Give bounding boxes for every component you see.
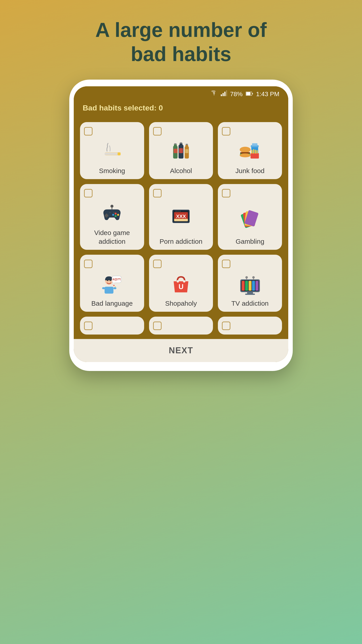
- habit-label-junk-food: Junk food: [222, 166, 278, 175]
- svg-point-60: [110, 280, 111, 281]
- checkbox-bad-language[interactable]: [84, 260, 92, 268]
- svg-rect-79: [247, 292, 253, 294]
- svg-rect-80: [245, 294, 255, 295]
- checkbox-tv-addiction[interactable]: [222, 260, 230, 268]
- svg-rect-70: [242, 281, 245, 291]
- svg-rect-23: [252, 143, 257, 146]
- svg-rect-20: [185, 149, 188, 153]
- habit-card-video-game[interactable]: Video game addiction: [80, 184, 144, 250]
- svg-rect-19: [186, 144, 188, 145]
- svg-rect-14: [179, 143, 182, 145]
- habit-card-tv-addiction[interactable]: TV addiction: [218, 255, 282, 312]
- svg-point-32: [240, 154, 250, 158]
- svg-text:U: U: [179, 283, 183, 291]
- svg-rect-2: [224, 92, 225, 96]
- habit-label-smoking: Smoking: [84, 166, 140, 175]
- svg-rect-58: [113, 287, 116, 289]
- svg-rect-57: [102, 287, 105, 289]
- svg-text:XXX: XXX: [176, 214, 186, 219]
- habit-card-smoking[interactable]: Smoking: [80, 122, 144, 179]
- habit-card-shopaholic[interactable]: U Shopaholy: [149, 255, 213, 312]
- habit-card-partial-2: [149, 317, 213, 334]
- svg-point-42: [113, 212, 114, 213]
- svg-point-37: [115, 215, 117, 217]
- svg-text:#@!*!: #@!*!: [113, 278, 121, 281]
- svg-rect-56: [105, 287, 113, 294]
- svg-rect-7: [118, 152, 121, 156]
- wifi-icon: [211, 90, 218, 98]
- svg-rect-1: [223, 93, 224, 96]
- svg-point-29: [240, 147, 250, 152]
- partial-row: [74, 312, 288, 334]
- habit-label-tv-addiction: TV addiction: [222, 299, 278, 308]
- svg-point-47: [176, 211, 177, 212]
- svg-rect-73: [252, 281, 255, 291]
- svg-rect-27: [255, 150, 256, 154]
- habit-card-partial-3: [218, 317, 282, 334]
- checkbox-smoking[interactable]: [84, 127, 92, 136]
- habit-label-alcohol: Alcohol: [153, 166, 209, 175]
- checkbox-alcohol[interactable]: [153, 127, 162, 136]
- habit-card-gambling[interactable]: Gambling: [218, 184, 282, 250]
- svg-rect-3: [226, 90, 227, 96]
- habits-selected-label: Bad habits selected: 0: [83, 104, 163, 112]
- habit-label-video-game: Video game addiction: [84, 228, 140, 246]
- svg-rect-50: [174, 219, 188, 221]
- checkbox-porn[interactable]: [153, 189, 162, 198]
- svg-point-67: [183, 280, 185, 283]
- next-btn-area: NEXT: [74, 339, 288, 362]
- svg-rect-24: [251, 153, 259, 158]
- habits-grid: Smoking: [74, 118, 288, 312]
- svg-point-49: [179, 211, 180, 212]
- svg-rect-11: [174, 143, 177, 145]
- svg-rect-28: [256, 150, 258, 154]
- svg-point-63: [113, 285, 115, 286]
- habit-card-alcohol[interactable]: Alcohol: [149, 122, 213, 179]
- status-bar: 78% 1:43 PM: [74, 86, 288, 100]
- svg-rect-34: [105, 215, 108, 217]
- habit-label-gambling: Gambling: [222, 237, 278, 246]
- checkbox-gambling[interactable]: [222, 189, 230, 198]
- habit-label-shopaholic: Shopaholy: [153, 299, 209, 308]
- svg-point-76: [252, 276, 255, 278]
- svg-point-48: [178, 211, 179, 212]
- checkbox-junk-food[interactable]: [222, 127, 230, 136]
- svg-rect-12: [174, 149, 178, 153]
- phone-screen: 78% 1:43 PM Bad habits selected: 0: [74, 86, 288, 362]
- svg-point-41: [109, 212, 110, 213]
- habit-card-partial-1: [80, 317, 144, 334]
- habit-card-bad-language[interactable]: #@!*! Bad language: [80, 255, 144, 312]
- svg-point-36: [117, 214, 119, 216]
- page-title: A large number of bad habits: [95, 18, 267, 66]
- svg-point-38: [112, 214, 114, 216]
- next-button[interactable]: NEXT: [74, 339, 288, 362]
- svg-rect-25: [251, 150, 253, 154]
- svg-rect-10: [174, 144, 177, 146]
- svg-rect-26: [253, 149, 254, 154]
- svg-point-75: [245, 276, 248, 278]
- svg-point-66: [177, 280, 179, 283]
- svg-rect-5: [246, 92, 251, 95]
- header-bar: Bad habits selected: 0: [74, 100, 288, 118]
- habit-card-junk-food[interactable]: Junk food: [218, 122, 282, 179]
- svg-rect-74: [255, 281, 258, 291]
- svg-rect-15: [180, 142, 182, 144]
- svg-point-64: [115, 286, 116, 287]
- svg-rect-0: [221, 94, 222, 96]
- svg-rect-16: [179, 148, 183, 153]
- habit-label-porn: Porn addiction: [153, 237, 209, 246]
- svg-point-59: [107, 280, 108, 281]
- checkbox-shopaholic[interactable]: [153, 260, 162, 268]
- checkbox-video-game[interactable]: [84, 189, 92, 198]
- habit-label-bad-language: Bad language: [84, 299, 140, 308]
- phone-wrapper: 78% 1:43 PM Bad habits selected: 0: [69, 80, 293, 371]
- battery-text: 78%: [230, 90, 243, 98]
- svg-point-39: [111, 205, 113, 208]
- habit-card-porn[interactable]: XXX Porn addiction: [149, 184, 213, 250]
- time-text: 1:43 PM: [256, 90, 279, 98]
- signal-icon: [221, 90, 227, 98]
- svg-rect-18: [185, 145, 188, 147]
- svg-rect-72: [249, 281, 251, 291]
- svg-rect-8: [105, 153, 117, 155]
- svg-point-35: [115, 213, 117, 215]
